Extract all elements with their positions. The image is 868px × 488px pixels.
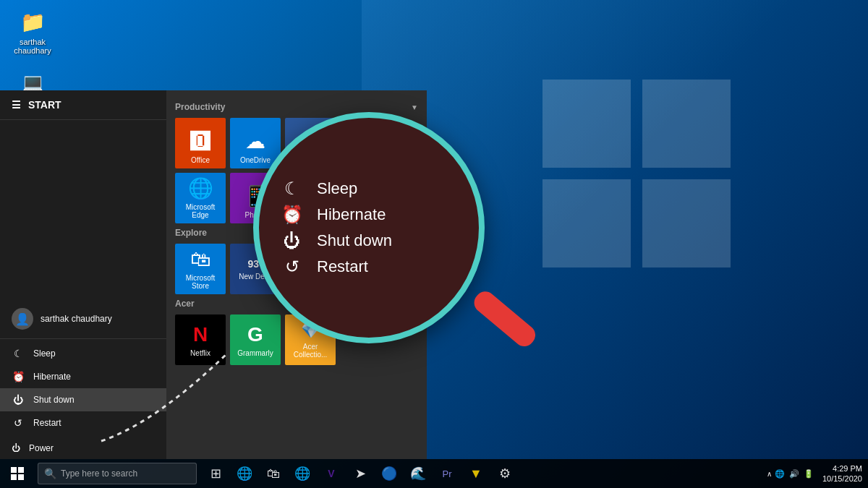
restart-button[interactable]: ↺ Restart	[0, 411, 166, 435]
svg-rect-7	[11, 474, 17, 480]
office-label: Office	[191, 156, 210, 164]
hamburger-icon: ☰	[12, 99, 21, 111]
sleep-button[interactable]: ☾ Sleep	[0, 342, 166, 365]
tile-phone[interactable]: 📱 Phone	[230, 173, 281, 223]
taskbar-system-tray: ∧ 🌐 🔊 🔋 4:29 PM 10/15/2020	[767, 463, 868, 484]
netflix-icon: N	[193, 323, 208, 346]
tile-store[interactable]: 🛍 Microsoft Store	[175, 244, 226, 294]
svg-rect-6	[18, 467, 24, 473]
productivity-tiles-row2: 🌐 Microsoft Edge 📱 Phone	[175, 173, 418, 223]
acer-icon: 💎	[301, 321, 320, 340]
onedrive-icon: ☁	[245, 129, 265, 153]
taskbar-icon-arrow[interactable]: ➤	[347, 459, 373, 488]
system-clock[interactable]: 4:29 PM 10/15/2020	[822, 463, 862, 484]
taskbar-icon-triangle[interactable]: ▼	[463, 459, 489, 488]
explore-arrow: ▼	[411, 229, 418, 237]
shutdown-icon: ⏻	[12, 394, 25, 406]
desktop-icon-user-folder[interactable]: 📁 sarthak chaudhary	[7, 7, 58, 55]
tiles-panel: Productivity ▼ 🅾 Office ☁ OneDrive W Wor…	[166, 90, 427, 459]
restart-icon: ↺	[12, 417, 25, 429]
taskbar-icon-widgets[interactable]: 🌐	[231, 459, 258, 488]
user-folder-label: sarthak chaudhary	[7, 38, 58, 55]
search-icon: 🔍	[44, 468, 56, 479]
search-bar[interactable]: 🔍 Type here to search	[38, 463, 197, 484]
clock-time: 4:29 PM	[833, 463, 862, 474]
hibernate-button[interactable]: ⏰ Hibernate	[0, 365, 166, 388]
tile-word[interactable]: W Word	[285, 118, 336, 168]
acer-collection-label: Acer Collectio...	[289, 343, 331, 359]
start-button[interactable]	[0, 459, 35, 488]
volume-icon: 🔊	[789, 469, 799, 479]
tile-weather[interactable]: 93° New Delhi	[230, 244, 281, 294]
search-placeholder: Type here to search	[61, 468, 137, 479]
weather-label: New Delhi	[239, 273, 272, 281]
acer-section: Acer	[175, 299, 418, 309]
svg-rect-2	[542, 179, 631, 267]
productivity-arrow: ▼	[411, 103, 418, 111]
user-avatar: 👤	[12, 308, 33, 330]
weather-temp: 93°	[247, 258, 263, 270]
taskbar-pinned-icons: ⊞ 🌐 🛍 🌐 V ➤ 🔵 🌊 Pr ▼ ⚙	[203, 459, 518, 488]
office-icon: 🅾	[190, 129, 210, 153]
acer-tiles-row1: N Netflix G Grammarly 💎 Acer Collectio..…	[175, 314, 418, 365]
tile-office[interactable]: 🅾 Office	[175, 118, 226, 168]
svg-rect-3	[642, 179, 731, 267]
taskbar-icon-v[interactable]: V	[318, 459, 344, 488]
onedrive-label: OneDrive	[240, 156, 271, 164]
svg-rect-8	[18, 474, 24, 480]
productivity-tiles-row1: 🅾 Office ☁ OneDrive W Word	[175, 118, 418, 168]
start-menu: ☰ START 👤 sarthak chaudhary ☾ Sleep ⏰ Hi…	[0, 90, 166, 459]
user-name: sarthak chaudhary	[41, 314, 112, 324]
clock-date: 10/15/2020	[822, 474, 862, 484]
explore-tiles-row1: 🛍 Microsoft Store 93° New Delhi	[175, 244, 418, 294]
start-user-account[interactable]: 👤 sarthak chaudhary	[0, 299, 166, 338]
grammarly-label: Grammarly	[237, 349, 273, 357]
taskview-button[interactable]: ⊞	[203, 459, 229, 488]
battery-icon: 🔋	[804, 469, 814, 479]
edge-label: Microsoft Edge	[179, 203, 221, 219]
explore-label: Explore	[175, 228, 207, 238]
network-icon: 🌐	[775, 469, 785, 479]
tile-acer[interactable]: 💎 Acer Collectio...	[285, 314, 336, 365]
hibernate-icon: ⏰	[12, 371, 25, 382]
phone-icon: 📱	[243, 184, 268, 208]
sleep-label: Sleep	[33, 348, 56, 359]
chevron-up-icon[interactable]: ∧	[767, 470, 772, 478]
productivity-section: Productivity ▼	[175, 102, 418, 112]
desktop: 📁 sarthak chaudhary 💻 This PC ☰ START 👤 …	[0, 0, 868, 488]
shutdown-button[interactable]: ⏻ Shut down	[0, 388, 166, 411]
power-icon: ⏻	[12, 443, 20, 453]
user-folder-icon: 📁	[18, 7, 47, 36]
taskbar-icon-edge[interactable]: 🌐	[289, 459, 315, 488]
power-label: Power	[29, 443, 54, 453]
sleep-icon: ☾	[12, 348, 25, 359]
taskbar-icon-store[interactable]: 🛍	[260, 459, 286, 488]
explore-section: Explore ▼	[175, 228, 418, 238]
taskbar-icon-settings[interactable]: ⚙	[492, 459, 518, 488]
tile-grammarly[interactable]: G Grammarly	[230, 314, 281, 365]
phone-label: Phone	[245, 211, 266, 219]
grammarly-icon: G	[247, 323, 263, 346]
acer-label: Acer	[175, 299, 195, 309]
taskbar-icon-ball[interactable]: 🔵	[376, 459, 402, 488]
word-label: Word	[302, 156, 319, 164]
hibernate-label: Hibernate	[33, 372, 71, 382]
taskbar-icon-pr[interactable]: Pr	[434, 459, 460, 488]
windows-logo-watermark	[542, 80, 731, 270]
edge-icon: 🌐	[188, 176, 213, 200]
tile-onedrive[interactable]: ☁ OneDrive	[230, 118, 281, 168]
start-header: ☰ START	[0, 90, 166, 120]
svg-rect-1	[642, 80, 731, 168]
start-title: START	[28, 99, 61, 111]
store-icon: 🛍	[190, 247, 210, 271]
taskbar-icon-edge2[interactable]: 🌊	[405, 459, 431, 488]
tile-netflix[interactable]: N Netflix	[175, 314, 226, 365]
power-section-label[interactable]: ⏻ Power	[0, 437, 166, 459]
store-label: Microsoft Store	[179, 274, 221, 290]
power-submenu: ☾ Sleep ⏰ Hibernate ⏻ Shut down ↺ Restar…	[0, 338, 166, 437]
system-icons: 🌐 🔊 🔋	[775, 469, 814, 479]
svg-rect-4	[470, 287, 535, 350]
word-icon: W	[301, 130, 320, 153]
netflix-label: Netflix	[190, 349, 210, 357]
tile-edge[interactable]: 🌐 Microsoft Edge	[175, 173, 226, 223]
